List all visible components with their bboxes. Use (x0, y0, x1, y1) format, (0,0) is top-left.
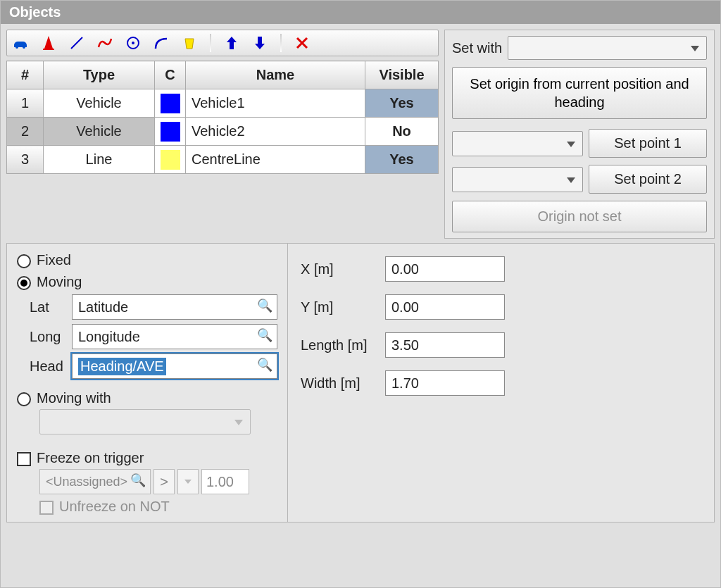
table-row[interactable]: 2VehicleVehicle2No (7, 118, 439, 146)
row-color[interactable] (155, 118, 186, 146)
row-name[interactable]: Vehicle2 (186, 118, 365, 146)
panel-title: Objects (1, 1, 720, 24)
point-icon[interactable] (124, 34, 142, 52)
delete-icon[interactable] (293, 34, 311, 52)
column-name[interactable]: Name (186, 61, 365, 89)
up-arrow-icon[interactable] (222, 34, 241, 52)
objects-panel: Objects # Type (0, 0, 721, 588)
width-label: Width [m] (301, 375, 378, 392)
long-input[interactable]: Longitude (72, 324, 277, 349)
y-label: Y [m] (301, 299, 378, 315)
lat-input[interactable]: Latitude (72, 294, 277, 320)
line-icon[interactable] (68, 34, 86, 52)
row-num: 3 (7, 146, 44, 174)
svg-point-3 (132, 42, 134, 44)
fixed-label: Fixed (37, 252, 71, 268)
head-input[interactable]: Heading/AVE (72, 354, 277, 379)
unfreeze-checkbox (39, 501, 54, 515)
fixed-radio[interactable] (17, 254, 31, 268)
y-input[interactable]: 0.00 (385, 294, 505, 320)
polygon-icon[interactable] (180, 34, 199, 52)
row-num: 2 (7, 118, 44, 146)
length-label: Length [m] (301, 337, 378, 354)
row-type: Line (44, 146, 155, 174)
column-num[interactable]: # (7, 61, 44, 89)
objects-toolbar (6, 30, 439, 56)
down-arrow-icon[interactable] (251, 34, 269, 52)
polyline-icon[interactable] (96, 34, 114, 52)
row-visible[interactable]: Yes (365, 146, 439, 174)
origin-status: Origin not set (452, 201, 707, 232)
unfreeze-label: Unfreeze on NOT (59, 499, 170, 514)
column-color[interactable]: C (155, 61, 186, 89)
freeze-checkbox[interactable] (17, 452, 31, 466)
set-origin-button[interactable]: Set origin from current position and hea… (452, 67, 707, 119)
freeze-op: > (153, 469, 175, 494)
table-row[interactable]: 1VehicleVehicle1Yes (7, 89, 439, 118)
column-visible[interactable]: Visible (365, 61, 439, 89)
row-visible[interactable]: No (365, 118, 439, 146)
freeze-op-dropdown (177, 469, 199, 494)
width-input[interactable]: 1.70 (385, 370, 505, 396)
x-input[interactable]: 0.00 (385, 256, 505, 282)
curve-icon[interactable] (152, 34, 170, 52)
length-input[interactable]: 3.50 (385, 332, 505, 358)
freeze-label: Freeze on trigger (37, 450, 144, 465)
moving-with-radio[interactable] (17, 392, 31, 406)
moving-radio[interactable] (17, 276, 31, 290)
objects-table[interactable]: # Type C Name Visible 1VehicleVehicle1Ye… (6, 61, 439, 174)
cone-icon[interactable] (39, 34, 58, 52)
table-row[interactable]: 3LineCentreLineYes (7, 146, 439, 174)
motion-panel: Fixed Moving Lat Latitude Long Longitude… (6, 243, 288, 523)
set-with-dropdown[interactable] (508, 36, 707, 60)
origin-panel: Set with Set origin from current positio… (444, 30, 715, 239)
head-label: Head (30, 358, 66, 375)
svg-rect-0 (43, 49, 54, 50)
column-type[interactable]: Type (44, 61, 155, 89)
lat-label: Lat (30, 299, 66, 315)
point1-dropdown[interactable] (452, 131, 583, 156)
x-label: X [m] (301, 261, 378, 277)
row-num: 1 (7, 89, 44, 118)
set-with-label: Set with (452, 40, 502, 56)
row-type: Vehicle (44, 118, 155, 146)
freeze-value: 1.00 (201, 469, 249, 494)
row-type: Vehicle (44, 89, 155, 118)
toolbar-separator (210, 34, 211, 52)
freeze-channel-input: <Unassigned> (39, 469, 151, 494)
moving-with-label: Moving with (37, 390, 111, 406)
row-visible[interactable]: Yes (365, 89, 439, 118)
set-point2-button[interactable]: Set point 2 (589, 165, 707, 194)
toolbar-separator (280, 34, 282, 52)
dimensions-panel: X [m] 0.00 Y [m] 0.00 Length [m] 3.50 Wi… (288, 243, 715, 523)
point2-dropdown[interactable] (452, 167, 583, 192)
long-label: Long (30, 329, 66, 345)
row-name[interactable]: Vehicle1 (186, 89, 365, 118)
set-point1-button[interactable]: Set point 1 (589, 129, 707, 158)
row-color[interactable] (155, 146, 186, 174)
car-icon[interactable] (11, 34, 30, 52)
row-color[interactable] (155, 89, 186, 118)
moving-with-dropdown (39, 409, 251, 434)
moving-label: Moving (37, 274, 82, 289)
row-name[interactable]: CentreLine (186, 146, 365, 174)
svg-line-1 (71, 37, 82, 49)
